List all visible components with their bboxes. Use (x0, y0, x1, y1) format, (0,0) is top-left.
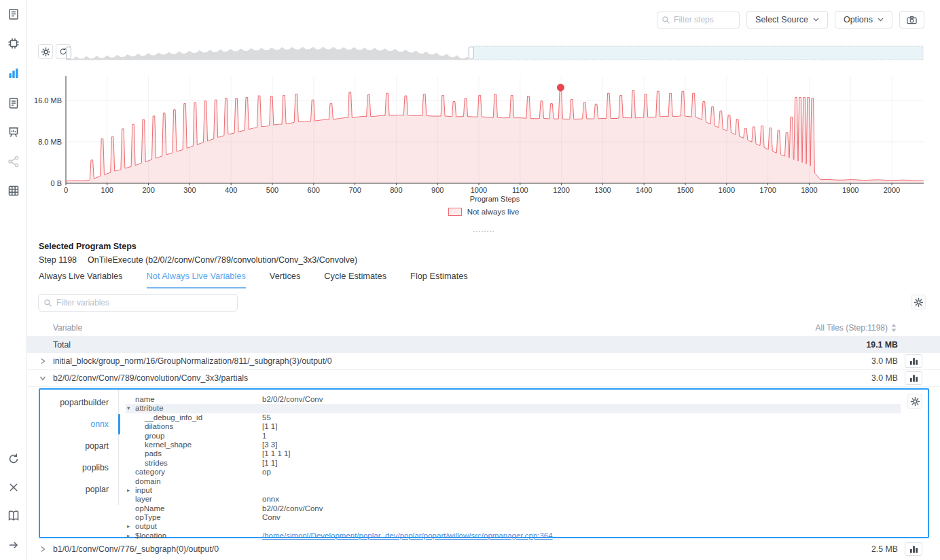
variable-value: 3.0 MB (871, 356, 898, 366)
svg-text:8.0 MB: 8.0 MB (38, 138, 62, 146)
tree-row-dilations: dilations[1 1] (126, 422, 901, 431)
table-row[interactable]: b2/0/2/conv/Conv/789/convolution/Conv_3x… (27, 370, 940, 387)
total-value: 19.1 MB (867, 340, 898, 350)
options-button[interactable]: Options (835, 11, 892, 29)
filter-steps-field (657, 12, 740, 29)
tree-value: 55 (262, 413, 271, 422)
panel-resize-handle[interactable] (27, 231, 940, 232)
tab-flop-estimates[interactable]: Flop Estimates (410, 271, 468, 288)
svg-text:900: 900 (431, 186, 444, 194)
arrow-right-icon[interactable] (7, 538, 20, 552)
row-graph-icon (909, 357, 918, 365)
chart-settings-button[interactable] (38, 44, 53, 59)
detail-tab-poplar[interactable]: poplar (86, 485, 109, 494)
row-graph-icon (909, 545, 918, 553)
tree-value: [1 1 1 1] (262, 449, 291, 458)
memory-chart[interactable]: 0100200300400500600700800900100011001200… (27, 67, 940, 206)
select-source-button[interactable]: Select Source (746, 11, 828, 29)
tree-row-output[interactable]: ▸output (126, 522, 901, 531)
chip-icon[interactable] (7, 37, 20, 50)
detail-tab-onnx[interactable]: onnx (90, 419, 109, 429)
tree-key: opType (135, 513, 161, 521)
detail-settings-button[interactable] (907, 394, 922, 409)
sort-icon (891, 324, 897, 332)
variable-name: initial_block/group_norm/16/GroupNormali… (53, 356, 332, 366)
detail-tab-poplibs[interactable]: poplibs (82, 463, 109, 472)
detail-tab-popart[interactable]: popart (85, 441, 109, 451)
chart-legend: Not always live (27, 208, 940, 216)
svg-text:Program Steps: Program Steps (470, 195, 520, 203)
svg-text:400: 400 (225, 186, 237, 194)
tree-key: name (135, 395, 155, 403)
table-row-total: Total 19.1 MB (27, 337, 940, 353)
table-header: Variable All Tiles (Step:1198) (27, 319, 940, 337)
variable-value: 3.0 MB (871, 373, 898, 383)
tree-row-pads: pads[1 1 1 1] (126, 449, 901, 458)
caret-right-icon[interactable]: ▸ (127, 522, 134, 531)
svg-text:100: 100 (101, 186, 113, 194)
svg-text:2000: 2000 (884, 186, 900, 194)
chevron-down-icon[interactable] (39, 375, 46, 381)
tree-key: __debug_info_id (145, 413, 202, 422)
chevron-right-icon[interactable] (39, 546, 46, 553)
svg-text:300: 300 (183, 186, 196, 194)
tree-key: domain (135, 477, 161, 485)
tree-row-opName: opNameb2/0/2/conv/Conv (126, 504, 901, 513)
refresh-icon[interactable] (7, 452, 20, 466)
table-row[interactable]: b1/0/1/conv/Conv/776/_subgraph(0)/output… (27, 540, 940, 559)
svg-text:600: 600 (308, 186, 320, 194)
row-graph-icon (909, 374, 918, 382)
tree-row-input[interactable]: ▸input (126, 486, 901, 495)
chevron-down-icon (878, 18, 884, 22)
svg-text:700: 700 (348, 186, 361, 194)
variables-table: Variable All Tiles (Step:1198) Total 19.… (27, 319, 940, 387)
tree-row-attribute[interactable]: ▾attribute (126, 404, 901, 413)
source-location-link[interactable]: /home/simonl/Development/poplar_dev/popl… (262, 531, 553, 540)
screenshot-button[interactable] (899, 11, 924, 29)
toolbar: Select Source Options (657, 11, 924, 29)
caret-down-icon[interactable]: ▾ (127, 404, 134, 413)
tree-key: opName (135, 504, 164, 512)
row-graph-button[interactable] (905, 371, 922, 385)
book-icon[interactable] (7, 509, 20, 523)
board-icon[interactable] (7, 126, 20, 139)
range-handle-left[interactable] (67, 47, 71, 59)
detail-tab-popartbuilder[interactable]: popartbuilder (60, 398, 109, 407)
svg-text:0: 0 (64, 186, 68, 194)
row-graph-button[interactable] (905, 542, 922, 556)
svg-text:1700: 1700 (759, 186, 776, 194)
filter-variables-input[interactable] (38, 294, 238, 312)
selected-step-number: Step 1198 (39, 255, 77, 265)
options-label: Options (844, 15, 873, 24)
selected-steps-title: Selected Program Steps (39, 242, 357, 251)
document-icon[interactable] (7, 96, 20, 110)
caret-right-icon[interactable]: ▸ (127, 486, 134, 495)
tree-key: layer (135, 495, 152, 503)
tab-vertices[interactable]: Vertices (270, 271, 301, 288)
gear-icon (41, 47, 51, 57)
selected-step-description: OnTileExecute (b2/0/2/conv/Conv/789/conv… (88, 255, 357, 265)
chevron-right-icon[interactable] (39, 358, 46, 365)
tree-key: input (135, 486, 152, 494)
tree-row-domain: domain (126, 477, 901, 486)
tree-value: 1 (262, 432, 266, 441)
total-label: Total (53, 340, 71, 350)
sidebar (0, 0, 27, 560)
close-icon[interactable] (7, 481, 20, 494)
table-row[interactable]: initial_block/group_norm/16/GroupNormali… (27, 353, 940, 370)
tab-not-always-live-variables[interactable]: Not Always Live Variables (147, 271, 246, 288)
column-all-tiles[interactable]: All Tiles (Step:1198) (816, 323, 897, 333)
grid-icon[interactable] (7, 184, 20, 198)
tree-value: [1 1] (262, 422, 277, 431)
table-settings-button[interactable] (911, 295, 926, 310)
range-handle-right[interactable] (469, 47, 473, 59)
svg-text:500: 500 (266, 186, 278, 194)
row-graph-button[interactable] (905, 354, 922, 368)
tree-row-layer: layeronnx (126, 495, 901, 504)
tab-always-live-variables[interactable]: Always Live Variables (39, 271, 123, 288)
overview-strip[interactable] (66, 45, 924, 61)
report-icon[interactable] (7, 7, 20, 21)
column-variable: Variable (53, 323, 82, 333)
tab-cycle-estimates[interactable]: Cycle Estimates (324, 271, 386, 288)
bar-chart-icon[interactable] (7, 67, 20, 80)
